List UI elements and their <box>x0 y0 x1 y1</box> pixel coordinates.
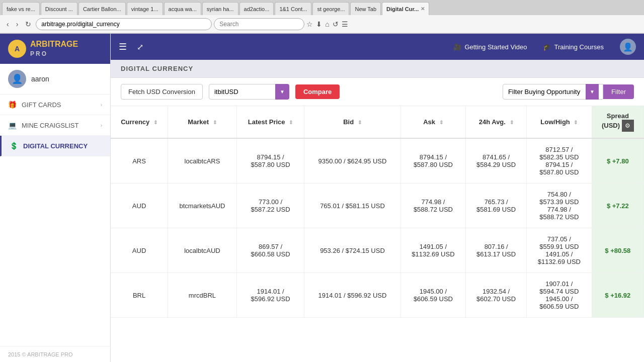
cell-market: localbtcARS <box>168 138 237 184</box>
cell-bid: 953.26 / $724.15 USD <box>304 228 400 273</box>
sidebar-item-mine-craigslist[interactable]: 💻 MINE CRAIGSLIST › <box>0 115 110 136</box>
cell-market: mrcdBRL <box>168 273 237 318</box>
getting-started-link[interactable]: 🎥 Getting Started Video <box>453 43 527 51</box>
cell-bid: 1914.01 / $596.92 USD <box>304 273 400 318</box>
spread-settings-button[interactable]: ⚙ <box>622 120 634 132</box>
cell-spread: $ +80.58 <box>592 228 643 273</box>
page-header: DIGITAL CURRENCY <box>111 60 644 78</box>
table-row: ARSlocalbtcARS8794.15 / $587.80 USD9350.… <box>111 138 644 184</box>
cell-24h-avg: 807.16 / $613.17 USD <box>466 228 527 273</box>
sort-icon[interactable]: ⇕ <box>289 120 293 125</box>
cell-ask: 1945.00 / $606.59 USD <box>400 273 466 318</box>
cell-low-high: 1907.01 / $594.74 USD 1945.00 / $606.59 … <box>527 273 592 318</box>
tab-syrian[interactable]: syrian ha... <box>202 2 238 15</box>
tab-stgeorge[interactable]: st george... <box>312 2 349 15</box>
tab-1and1[interactable]: 1&1 Cont... <box>275 2 311 15</box>
cell-ask: 8794.15 / $587.80 USD <box>400 138 466 184</box>
sort-icon[interactable]: ⇕ <box>439 120 443 125</box>
col-header-bid: Bid ⇕ <box>304 106 400 138</box>
gift-icon: 🎁 <box>8 101 17 109</box>
tab-bar: fake vs re... Discount ... Cartier Ballo… <box>0 0 644 15</box>
chevron-right-icon: › <box>101 123 102 128</box>
col-header-ask: Ask ⇕ <box>400 106 466 138</box>
cell-currency: BRL <box>111 273 168 318</box>
cell-spread: $ +16.92 <box>592 273 643 318</box>
sort-icon[interactable]: ⇕ <box>574 120 578 125</box>
back-button[interactable]: ‹ <box>4 19 12 29</box>
sidebar: A ARBITRAGE PRO 👤 aaron 🎁 GIFT CARDS › 💻… <box>0 34 111 362</box>
nav-bar: ‹ › ↻ ☆ ⬇ ⌂ ↺ ☰ <box>0 15 644 33</box>
svg-text:A: A <box>15 45 20 53</box>
fetch-usd-button[interactable]: Fetch USD Conversion <box>121 84 203 100</box>
courses-icon: 🎓 <box>543 43 551 51</box>
sidebar-item-gift-cards[interactable]: 🎁 GIFT CARDS › <box>0 95 110 115</box>
tab-fake[interactable]: fake vs re... <box>2 2 40 15</box>
cell-latest-price: 8794.15 / $587.80 USD <box>236 138 304 184</box>
tab-digital-currency[interactable]: Digital Cur... ✕ <box>382 2 429 15</box>
compare-button[interactable]: Compare <box>295 84 340 99</box>
search-bar[interactable] <box>214 18 304 30</box>
tab-vintage[interactable]: vintage 1... <box>127 2 163 15</box>
user-name-label: aaron <box>31 75 49 83</box>
chevron-right-icon: › <box>101 102 102 108</box>
avatar: 👤 <box>8 70 26 88</box>
home-icon[interactable]: ⌂ <box>325 20 329 28</box>
close-icon[interactable]: ✕ <box>421 6 425 12</box>
monitor-icon: 💻 <box>8 121 17 129</box>
cell-bid: 765.01 / $581.15 USD <box>304 184 400 228</box>
sidebar-item-label: MINE CRAIGSLIST <box>22 122 78 129</box>
currency-icon: 💲 <box>10 142 18 150</box>
filter-select[interactable]: Filter Buying Opportunity All Best Sprea… <box>503 84 603 100</box>
col-header-24h-avg: 24h Avg. ⇕ <box>466 106 527 138</box>
data-table-container: Currency ⇕ Market ⇕ Latest Price ⇕ Bid ⇕… <box>111 106 644 318</box>
hamburger-icon[interactable]: ☰ <box>119 41 127 52</box>
logo-icon: A <box>8 40 26 58</box>
bookmark-icon[interactable]: ☆ <box>306 20 313 28</box>
expand-icon[interactable]: ⤢ <box>137 42 143 52</box>
sidebar-item-label: DIGITAL CURRENCY <box>23 142 88 150</box>
user-nav-icon[interactable]: 👤 <box>620 39 636 55</box>
training-courses-link[interactable]: 🎓 Training Courses <box>543 43 604 51</box>
sidebar-footer: 2015 © ARBITRAGE PRO <box>0 346 110 362</box>
cell-low-high: 754.80 / $573.39 USD 774.98 / $588.72 US… <box>527 184 592 228</box>
download-icon[interactable]: ⬇ <box>316 20 322 28</box>
browser-chrome: fake vs re... Discount ... Cartier Ballo… <box>0 0 644 34</box>
data-table: Currency ⇕ Market ⇕ Latest Price ⇕ Bid ⇕… <box>111 106 644 318</box>
menu-icon[interactable]: ☰ <box>342 20 348 28</box>
filter-button[interactable]: Filter <box>603 84 634 99</box>
browser-nav-icons: ☆ ⬇ ⌂ ↺ ☰ <box>306 20 348 28</box>
tab-acqua[interactable]: acqua wa... <box>164 2 201 15</box>
cell-latest-price: 869.57 / $660.58 USD <box>236 228 304 273</box>
cell-low-high: 8712.57 / $582.35 USD 8794.15 / $587.80 … <box>527 138 592 184</box>
tab-ad2[interactable]: ad2actio... <box>239 2 274 15</box>
address-bar[interactable] <box>36 18 212 30</box>
table-row: AUDlocalbtcAUD869.57 / $660.58 USD953.26… <box>111 228 644 273</box>
reload-button[interactable]: ↻ <box>23 19 34 29</box>
page-title: DIGITAL CURRENCY <box>121 65 634 72</box>
sort-icon[interactable]: ⇕ <box>153 120 157 125</box>
toolbar: Fetch USD Conversion itbitUSD coinbaseUS… <box>111 78 644 106</box>
table-header-row: Currency ⇕ Market ⇕ Latest Price ⇕ Bid ⇕… <box>111 106 644 138</box>
cell-currency: AUD <box>111 184 168 228</box>
logo-text: ARBITRAGE PRO <box>30 40 78 57</box>
exchange-select-wrapper: itbitUSD coinbaseUSD bitstampUSD ▼ <box>209 84 289 100</box>
cell-bid: 9350.00 / $624.95 USD <box>304 138 400 184</box>
tab-discount[interactable]: Discount ... <box>41 2 77 15</box>
refresh-icon[interactable]: ↺ <box>333 20 339 28</box>
cell-currency: AUD <box>111 228 168 273</box>
sort-icon[interactable]: ⇕ <box>358 120 362 125</box>
sidebar-menu: 🎁 GIFT CARDS › 💻 MINE CRAIGSLIST › 💲 DIG… <box>0 95 110 346</box>
tab-cartier[interactable]: Cartier Ballon... <box>78 2 126 15</box>
cell-24h-avg: 1932.54 / $602.70 USD <box>466 273 527 318</box>
app-container: A ARBITRAGE PRO 👤 aaron 🎁 GIFT CARDS › 💻… <box>0 34 644 362</box>
exchange-select[interactable]: itbitUSD coinbaseUSD bitstampUSD <box>209 84 289 100</box>
sort-icon[interactable]: ⇕ <box>510 120 514 125</box>
sidebar-item-digital-currency[interactable]: 💲 DIGITAL CURRENCY <box>0 136 110 156</box>
forward-button[interactable]: › <box>14 19 21 29</box>
sort-icon[interactable]: ⇕ <box>213 120 217 125</box>
cell-spread: $ +7.80 <box>592 138 643 184</box>
tab-newtab[interactable]: New Tab <box>350 2 381 15</box>
top-navbar: ☰ ⤢ 🎥 Getting Started Video 🎓 Training C… <box>111 34 644 60</box>
cell-latest-price: 773.00 / $587.22 USD <box>236 184 304 228</box>
cell-low-high: 737.05 / $559.91 USD 1491.05 / $1132.69 … <box>527 228 592 273</box>
